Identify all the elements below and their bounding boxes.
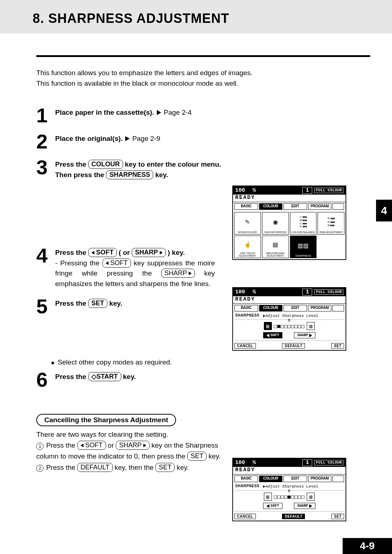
sharp-button[interactable]: SHARP	[294, 332, 315, 338]
colour-key: COLOUR	[88, 160, 123, 169]
circled-2-icon: 2	[36, 465, 44, 472]
sharp-key: SHARP	[161, 269, 195, 278]
set-key: SET	[88, 299, 107, 308]
tab-basic[interactable]: BASIC	[234, 203, 258, 210]
tab-edit[interactable]: EDIT	[283, 203, 307, 210]
sharp-key: SHARP	[132, 248, 166, 257]
step-number: 1	[36, 107, 51, 124]
default-button[interactable]: DEFAULT	[282, 343, 305, 349]
page-ref-icon	[125, 136, 130, 141]
set-button[interactable]: SET	[331, 343, 344, 349]
sharp-button[interactable]: SHARP	[294, 503, 315, 509]
lcd-screenshot-colour-menu: 100 % 1 FULL COLOUR READY BASIC COLOUR E…	[232, 186, 346, 260]
page-ref-icon	[157, 110, 161, 115]
start-key: ◇START	[88, 372, 121, 381]
soft-button[interactable]: SOFT	[263, 503, 282, 509]
soft-key: SOFT	[102, 258, 131, 268]
sharp-icon: ▥	[307, 322, 315, 330]
tab-blank[interactable]	[332, 203, 344, 210]
tab-colour[interactable]: COLOUR	[259, 203, 283, 210]
sharpness-slider[interactable]: 0 □□□□■□□□□	[274, 494, 305, 500]
set-button[interactable]: SET	[331, 514, 344, 519]
monocolour-button[interactable]: ✎ MONOCOLOUR	[234, 212, 261, 235]
cancel-heading: Cancelling the Sharpness Adjustment	[36, 414, 176, 426]
page-title: 8. SHARPNESS ADJUSTMENT	[0, 0, 392, 33]
page-number: 4-9	[343, 538, 392, 554]
step-1: 1 Place paper in the cassette(s). Page 2…	[36, 107, 370, 124]
divider	[36, 55, 370, 57]
intro-text: This function allows you to emphasize th…	[36, 68, 370, 89]
sharpness-button[interactable]: ▥▥ SHARPNESS	[290, 236, 317, 258]
tab-program[interactable]: PROGRAM	[308, 203, 332, 210]
default-button[interactable]: DEFAULT	[282, 514, 305, 519]
step-2: 2 Place the original(s). Page 2-9	[36, 133, 370, 150]
circled-1-icon: 1	[36, 443, 44, 450]
colour-balance-button[interactable]: Y M C K COLOUR BALANCE	[290, 212, 317, 235]
bullet-note: ●Select other copy modes as required.	[51, 358, 370, 367]
step-3: 3 Press the COLOUR key to enter the colo…	[36, 159, 370, 180]
sharpness-slider[interactable]: 0 □■□□□□□□□	[274, 323, 305, 329]
step-6: 6 Press the ◇START key.	[36, 371, 370, 388]
one-touch-button[interactable]: ☝ ONE TOUCH ADJUSTMENT	[234, 236, 261, 258]
hue-saturation-button[interactable]: ◉ HUE/SATURATION	[262, 212, 289, 235]
thumb-tab: 4	[376, 200, 392, 221]
soft-icon: ▥	[264, 322, 272, 330]
sharpness-key: SHARPNESS	[106, 170, 153, 179]
soft-key: SOFT	[88, 248, 117, 257]
cancel-button[interactable]: CANCEL	[234, 343, 256, 349]
cancel-button[interactable]: CANCEL	[234, 514, 256, 519]
cancel-instructions: There are two ways for clearing the sett…	[36, 429, 232, 473]
lcd-screenshot-sharpness-zero: 100 % 1 FULL COLOUR READY BASIC COLOUR E…	[232, 458, 346, 521]
rgb-adjustment-button[interactable]: R G B RGB ADJUSTMENT	[318, 212, 344, 235]
lcd-screenshot-sharpness-soft: 100 % 1 FULL COLOUR READY BASIC COLOUR E…	[232, 287, 346, 351]
background-adjust-button[interactable]: ▤ BACKGROUND ADJUSTMENT	[262, 236, 289, 258]
soft-button[interactable]: SOFT	[263, 332, 282, 338]
